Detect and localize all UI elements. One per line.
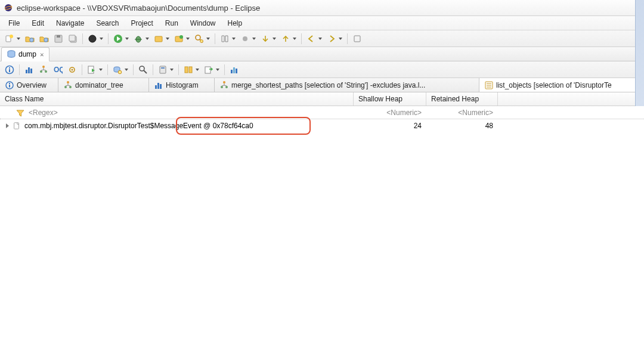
oql-button[interactable]: OQL bbox=[51, 63, 65, 76]
separator bbox=[153, 64, 153, 75]
new-class-button[interactable] bbox=[172, 32, 192, 45]
tab-label: Histogram bbox=[166, 81, 199, 89]
find-button[interactable] bbox=[136, 63, 150, 76]
separator bbox=[178, 64, 179, 75]
stop-icon bbox=[88, 34, 97, 44]
numeric-placeholder: <Numeric> bbox=[386, 109, 422, 117]
list-icon bbox=[484, 80, 494, 90]
forward-button[interactable] bbox=[324, 32, 345, 45]
group-by-button[interactable] bbox=[227, 63, 242, 76]
svg-rect-49 bbox=[9, 85, 10, 88]
svg-point-53 bbox=[69, 86, 72, 88]
svg-rect-44 bbox=[205, 67, 210, 73]
svg-rect-50 bbox=[9, 83, 10, 84]
folder-heap-icon bbox=[25, 34, 35, 44]
run-button[interactable] bbox=[111, 32, 131, 45]
svg-point-19 bbox=[200, 39, 203, 42]
eclipse-icon bbox=[4, 3, 13, 13]
expand-arrow-icon[interactable] bbox=[6, 123, 9, 128]
save-button[interactable] bbox=[51, 32, 66, 45]
separator bbox=[224, 64, 225, 75]
separator bbox=[347, 33, 348, 44]
java-package-icon bbox=[154, 34, 163, 44]
menu-run[interactable]: Run bbox=[159, 17, 184, 29]
menu-help[interactable]: Help bbox=[222, 17, 249, 29]
open-dump-button[interactable] bbox=[23, 32, 37, 45]
new-button[interactable] bbox=[2, 32, 23, 45]
next-ann-button[interactable] bbox=[258, 32, 278, 45]
editor-tab-dump[interactable]: dump ✕ bbox=[1, 47, 49, 61]
compare-button[interactable] bbox=[181, 63, 202, 76]
chevron-down-icon bbox=[293, 38, 296, 40]
new-java-button[interactable] bbox=[151, 32, 172, 45]
separator bbox=[301, 33, 302, 44]
calculator-icon bbox=[158, 65, 168, 75]
pin-button[interactable] bbox=[350, 32, 364, 45]
stop-button[interactable] bbox=[85, 32, 106, 45]
table-row[interactable]: com.mbj.mbjtest.disruptor.DisruptorTest$… bbox=[0, 119, 644, 132]
menu-navigate[interactable]: Navigate bbox=[50, 17, 90, 29]
toggle-mark-button[interactable] bbox=[218, 32, 238, 45]
back-button[interactable] bbox=[304, 32, 324, 45]
svg-point-29 bbox=[42, 66, 45, 68]
menu-window[interactable]: Window bbox=[184, 17, 222, 29]
filter-row[interactable]: <Regex> <Numeric> <Numeric> bbox=[0, 106, 644, 119]
tab-list-objects[interactable]: list_objects [selection of 'DisruptorTe bbox=[479, 78, 644, 92]
toggle-breakpoint-button[interactable] bbox=[238, 32, 258, 45]
column-label: Class Name bbox=[5, 95, 44, 103]
calculator-button[interactable] bbox=[156, 63, 176, 76]
svg-point-3 bbox=[10, 35, 13, 38]
search-button[interactable] bbox=[192, 32, 212, 45]
search-icon bbox=[194, 34, 204, 44]
column-shallow-heap[interactable]: Shallow Heap bbox=[354, 92, 426, 106]
save-all-button[interactable] bbox=[66, 32, 80, 45]
menu-file[interactable]: File bbox=[2, 17, 26, 29]
close-icon[interactable]: ✕ bbox=[40, 51, 44, 58]
export-button[interactable] bbox=[202, 63, 222, 76]
svg-rect-40 bbox=[160, 66, 166, 73]
svg-rect-47 bbox=[236, 69, 237, 73]
column-label: Retained Heap bbox=[431, 95, 479, 103]
run-report-button[interactable] bbox=[85, 63, 105, 76]
chevron-down-icon bbox=[206, 38, 210, 40]
arrow-down-icon bbox=[261, 34, 270, 44]
chevron-down-icon bbox=[170, 69, 174, 71]
tab-label: Overview bbox=[17, 81, 47, 89]
open-dump-2-button[interactable] bbox=[37, 32, 51, 45]
column-retained-heap[interactable]: Retained Heap bbox=[426, 92, 498, 106]
prev-ann-button[interactable] bbox=[278, 32, 299, 45]
gear-icon bbox=[67, 65, 77, 75]
histogram-button[interactable] bbox=[22, 63, 36, 76]
tab-dominator-tree[interactable]: dominator_tree bbox=[58, 78, 149, 92]
svg-rect-7 bbox=[57, 35, 60, 38]
tab-histogram[interactable]: Histogram bbox=[149, 78, 215, 92]
tab-overview[interactable]: Overview bbox=[0, 78, 58, 92]
svg-rect-25 bbox=[9, 67, 10, 69]
menu-search[interactable]: Search bbox=[90, 17, 125, 29]
svg-point-20 bbox=[243, 36, 247, 41]
debug-button[interactable] bbox=[131, 32, 151, 45]
save-all-icon bbox=[68, 34, 78, 44]
info-icon bbox=[5, 65, 14, 75]
separator bbox=[215, 33, 215, 44]
svg-rect-55 bbox=[157, 83, 159, 89]
menu-project[interactable]: Project bbox=[125, 17, 159, 29]
chevron-down-icon bbox=[100, 38, 103, 40]
overview-button[interactable] bbox=[2, 63, 17, 76]
svg-text:OQL: OQL bbox=[54, 66, 63, 74]
svg-point-30 bbox=[40, 70, 42, 73]
menu-edit[interactable]: Edit bbox=[26, 17, 50, 29]
mat-toolbar: OQL bbox=[0, 61, 644, 78]
save-icon bbox=[54, 34, 63, 44]
chevron-down-icon bbox=[125, 38, 129, 40]
chevron-down-icon bbox=[232, 38, 236, 40]
dominator-tree-button[interactable] bbox=[36, 63, 51, 76]
compare-icon bbox=[184, 65, 193, 75]
shallow-heap-cell: 24 bbox=[414, 122, 422, 130]
tab-merge-shortest-paths[interactable]: merge_shortest_paths [selection of 'Stri… bbox=[215, 78, 479, 92]
query-heap-button[interactable] bbox=[110, 63, 131, 76]
thread-button[interactable] bbox=[65, 63, 79, 76]
chevron-down-icon bbox=[318, 38, 322, 40]
svg-point-52 bbox=[64, 86, 67, 88]
column-class-name[interactable]: Class Name bbox=[0, 92, 354, 106]
